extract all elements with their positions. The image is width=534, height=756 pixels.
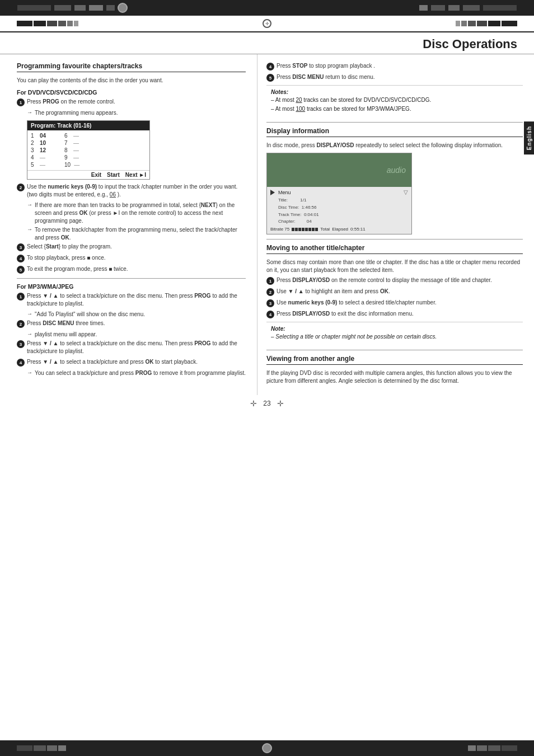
moving-step-2: 2 Use ▼ / ▲ to highlight an item and pre… [266,288,523,296]
mp3-step-1: 1 Press ▼ / ▲ to select a track/picture … [17,292,246,308]
elapsed-value: 0:55:11 [350,227,366,232]
dvd-step-4: 4 To stop playback, press ■ once. [17,254,246,262]
section-heading-viewing: Viewing from another angle [266,355,523,365]
moving-note-title: Note: [271,326,518,332]
bitrate-blocks [292,228,318,231]
bitrate-block [302,228,305,231]
dvd-step-1: 1 Press PROG on the remote control. [17,98,246,106]
prog-row: 210 [31,140,53,146]
right-disc-menu-content: Press DISC MENU return to disc menu. [277,73,375,81]
prog-row: 7— [64,140,87,146]
viewing-angle-text: If the playing DVD disc is recorded with… [266,369,523,385]
dvd-step-2-sub1: → If there are more than ten tracks to b… [27,201,246,225]
right-disc-menu-item: 5 Press DISC MENU return to disc menu. [266,73,523,82]
moving-step-2-content: Use ▼ / ▲ to highlight an item and press… [277,288,390,295]
moving-note-box: Note: – Selecting a title or chapter mig… [266,322,523,345]
screen-info-rows: Title: 1/1 Disc Time: 1:46:56 Track Time… [278,197,408,226]
dvd-section-heading: For DVD/VCD/SVCD/CD/CDG [17,89,246,96]
moving-step-4: 4 Press DISPLAY/OSD to exit the disc inf… [266,310,523,318]
step-number-2: 2 [17,184,25,191]
dvd-step-2-subtext1: If there are more than ten tracks to be … [35,201,246,225]
header-circle-decor: ✛ [263,19,271,28]
mp3-section-heading: For MP3/WMA/JPEG [17,283,246,290]
bitrate-block [295,228,298,231]
moving-step-number-2: 2 [266,288,274,296]
screen-menu-bar: Menu ▽ [270,189,408,195]
screen-info-title: Title: 1/1 [278,197,408,204]
prog-row: 4— [31,154,53,161]
mp3-step-2: 2 Press DISC MENU three times. [17,320,246,328]
dvd-step-1-content: Press PROG on the remote control. [27,98,115,106]
section-divider [17,278,246,279]
programming-intro: You can play the contents of the disc in… [17,77,246,84]
bitrate-block [298,228,301,231]
moving-intro: Some discs may contain more than one tit… [266,259,523,274]
moving-step-number-3: 3 [266,299,274,307]
prog-row: 6— [64,133,87,139]
note-item-2: – At most 100 tracks can be stored for M… [271,105,518,113]
moving-step-number-4: 4 [266,311,274,318]
mp3-step-4-content: Press ▼ / ▲ to select a track/picture an… [27,358,198,366]
mp3-step-4-subtext: You can select a track/picture and press… [35,369,246,377]
prog-row: 104 [31,133,53,139]
bitrate-label: Bitrate 75 [270,227,289,232]
screen-menu-label: Menu [278,190,291,195]
prog-footer-start: Start [107,172,120,178]
dvd-step-2-content: Use the numeric keys (0-9) to input the … [27,183,246,199]
bottom-decorative-bar [0,740,534,756]
prog-col-left: 104 210 312 4— 5— [31,133,53,168]
arrow-icon: → [27,201,32,208]
section-heading-display: Display information [266,127,523,137]
right-step-number-4: 4 [266,63,274,71]
mp3-step-2-sub: → playlist menu will appear. [27,331,246,339]
mp3-step-2-content: Press DISC MENU three times. [27,320,105,327]
arrow-icon: → [27,311,32,317]
left-column: Programming favourite chapters/tracks Yo… [0,54,257,395]
program-table-body: 104 210 312 4— 5— 6— 7— 8— 9— 10— [27,130,149,170]
screen-bottom-area: Menu ▽ Title: 1/1 Disc Time: 1:46:56 Tra… [267,187,411,234]
right-stop-content: Press STOP to stop program playback . [277,62,375,70]
prog-row: 312 [31,147,53,153]
header-logo: ✛ [251,19,283,28]
right-stop-item: 4 Press STOP to stop program playback . [266,62,523,71]
moving-note-text: – Selecting a title or chapter might not… [271,333,518,341]
header-left-segments [17,21,251,26]
dvd-step-4-content: To stop playback, press ■ once. [27,254,106,262]
dvd-step-2-subtext2: To remove the track/chapter from the pro… [35,226,246,242]
program-table-footer: Exit Start Next ►I [27,170,149,179]
page-number: 23 [263,397,270,410]
section-heading-programming: Programming favourite chapters/tracks [17,62,246,72]
moving-step-1: 1 Press DISPLAY/OSD on the remote contro… [266,276,523,285]
page-title-bar: Disc Operations [0,32,534,54]
screen-info-track-time: Track Time: 0:04:01 [278,212,408,219]
footer-decor-left [249,398,259,408]
display-info-intro: In disc mode, press DISPLAY/OSD repeated… [266,142,523,149]
mp3-step-1-subtext: "Add To Playlist" will show on the disc … [35,311,145,318]
mp3-step-number-3: 3 [17,340,25,348]
notes-box: Notes: – At most 20 tracks can be stored… [266,85,523,118]
arrow-icon: → [27,226,32,232]
footer-decor-right [275,398,285,408]
bitrate-block [308,228,311,231]
section-divider-moving [266,239,523,240]
prog-footer-next: Next ►I [125,172,146,178]
arrow-icon: → [27,369,32,375]
moving-step-number-1: 1 [266,277,274,285]
bitrate-block [312,228,315,231]
step-number-5: 5 [17,266,25,274]
screen-info-disc-time: Disc Time: 1:46:56 [278,204,408,212]
bitrate-block [315,228,318,231]
bottom-bar-circle [262,743,272,753]
right-step-number-5: 5 [266,74,274,82]
prog-row: 9— [64,154,87,161]
moving-step-4-content: Press DISPLAY/OSD to exit the disc infor… [277,310,414,318]
dvd-step-5-content: To exit the program mode, press ■ twice. [27,265,128,273]
mp3-step-3: 3 Press ▼ / ▲ to select a track/picture … [17,340,246,355]
dvd-step-1-subtext: The programming menu appears. [35,109,118,117]
program-table: Program: Track (01-16) 104 210 312 4— 5—… [27,120,150,180]
bitrate-block [292,228,294,231]
moving-step-3-content: Use numeric keys (0-9) to select a desir… [277,299,437,307]
notes-title: Notes: [271,89,518,95]
arrow-icon: → [27,331,32,337]
step-number-4: 4 [17,255,25,262]
